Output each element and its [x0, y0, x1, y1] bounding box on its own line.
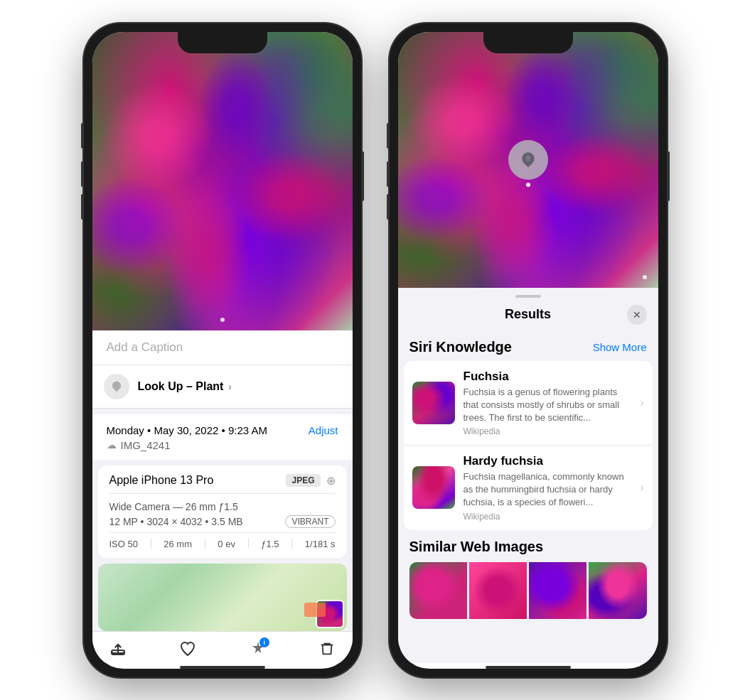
cloud-icon: ☁	[107, 439, 117, 451]
device-section: Apple iPhone 13 Pro JPEG ⊕ Wide Camera —…	[98, 465, 347, 558]
fuchsia-thumb-image	[412, 382, 455, 424]
close-button[interactable]: ✕	[627, 305, 647, 325]
hardy-thumbnail	[412, 466, 455, 509]
map-area[interactable]	[98, 564, 347, 631]
camera-info: Wide Camera — 26 mm ƒ1.5 12 MP • 3024 × …	[109, 494, 336, 533]
lookup-icon	[104, 374, 129, 399]
trash-icon[interactable]	[319, 640, 335, 662]
similar-image-4[interactable]	[589, 562, 646, 619]
info-panel: Add a Caption Look Up – Plant ›	[92, 330, 353, 663]
similar-images-row	[409, 562, 647, 619]
svg-point-3	[525, 155, 530, 161]
siri-knowledge-title: Siri Knowledge	[409, 339, 512, 355]
device-name: Apple iPhone 13 Pro	[109, 474, 214, 487]
results-header: Results ✕	[398, 298, 658, 330]
lookup-chevron: ›	[228, 381, 232, 392]
location-icon: ⊕	[326, 474, 336, 488]
app-container: Add a Caption Look Up – Plant ›	[70, 9, 681, 691]
similar-section: Similar Web Images	[404, 530, 653, 625]
knowledge-item-hardy[interactable]: Hardy fuchsia Fuchsia magellanica, commo…	[404, 445, 653, 530]
siri-knowledge-header: Siri Knowledge Show More	[404, 330, 653, 361]
camera-specs: 12 MP • 3024 × 4032 • 3.5 MB	[109, 516, 243, 527]
exif-ev: 0 ev	[218, 539, 235, 549]
exif-divider-2	[205, 539, 205, 549]
heart-icon[interactable]	[179, 640, 196, 662]
fuchsia-source: Wikipedia	[464, 426, 632, 436]
right-phone: Results ✕ Siri Knowledge Show More	[390, 23, 667, 677]
fuchsia-desc: Fuchsia is a genus of flowering plants t…	[464, 386, 632, 425]
exif-focal: 26 mm	[164, 539, 192, 549]
photo-dot	[220, 318, 225, 322]
right-photo-dot	[643, 275, 647, 279]
results-title: Results	[429, 307, 627, 322]
results-panel: Results ✕ Siri Knowledge Show More	[398, 288, 658, 663]
info-icon-wrap[interactable]: i	[250, 640, 267, 662]
similar-title: Similar Web Images	[409, 539, 647, 555]
right-screen: Results ✕ Siri Knowledge Show More	[398, 32, 658, 669]
show-more-button[interactable]: Show More	[593, 341, 647, 353]
exif-row: ISO 50 26 mm 0 ev ƒ1.5 1/181 s	[109, 533, 336, 549]
camera-row2: 12 MP • 3024 × 4032 • 3.5 MB VIBRANT	[109, 515, 336, 528]
siri-dot	[526, 183, 530, 187]
device-header: Apple iPhone 13 Pro JPEG ⊕	[109, 474, 336, 494]
knowledge-card: Fuchsia Fuchsia is a genus of flowering …	[404, 361, 653, 530]
exif-iso: ISO 50	[109, 539, 138, 549]
similar-image-3[interactable]	[529, 562, 586, 619]
exif-divider-4	[291, 539, 292, 549]
svg-point-0	[114, 383, 118, 388]
jpeg-badge: JPEG	[286, 474, 320, 487]
filename-row: ☁ IMG_4241	[107, 439, 338, 451]
similar-image-2[interactable]	[469, 562, 527, 619]
left-phone: Add a Caption Look Up – Plant ›	[84, 23, 361, 677]
filename-text: IMG_4241	[121, 439, 171, 451]
format-badge: JPEG ⊕	[286, 474, 335, 488]
toolbar: i	[92, 631, 353, 663]
caption-placeholder: Add a Caption	[107, 340, 183, 354]
results-content: Siri Knowledge Show More Fuchsia Fuchsia…	[398, 330, 658, 663]
map-thumb-inner	[317, 601, 343, 627]
date-text: Monday • May 30, 2022 • 9:23 AM	[107, 424, 267, 436]
map-mock	[98, 564, 347, 631]
right-home-bar	[486, 666, 571, 669]
photo-area-left[interactable]	[92, 32, 353, 330]
camera-type: Wide Camera — 26 mm ƒ1.5	[109, 501, 336, 512]
info-badge: i	[259, 637, 269, 647]
date-section: Monday • May 30, 2022 • 9:23 AM Adjust ☁…	[92, 414, 353, 460]
vibrant-badge: VIBRANT	[285, 515, 335, 528]
hardy-source: Wikipedia	[464, 512, 632, 522]
date-row: Monday • May 30, 2022 • 9:23 AM Adjust	[107, 424, 338, 436]
hardy-info: Hardy fuchsia Fuchsia magellanica, commo…	[464, 454, 632, 522]
fuchsia-info: Fuchsia Fuchsia is a genus of flowering …	[464, 370, 632, 437]
left-screen: Add a Caption Look Up – Plant ›	[92, 32, 353, 669]
similar-image-1[interactable]	[409, 562, 467, 619]
exif-aperture: ƒ1.5	[261, 539, 279, 549]
home-bar	[180, 666, 265, 669]
fuchsia-chevron: ›	[640, 397, 643, 409]
lookup-label: Look Up – Plant ›	[138, 380, 232, 393]
adjust-button[interactable]: Adjust	[309, 424, 338, 436]
hardy-chevron: ›	[640, 481, 643, 494]
right-notch	[483, 32, 573, 53]
exif-divider-3	[248, 539, 249, 549]
hardy-thumb-image	[412, 466, 455, 509]
knowledge-item-fuchsia[interactable]: Fuchsia Fuchsia is a genus of flowering …	[404, 361, 653, 446]
notch	[178, 32, 267, 53]
fuchsia-name: Fuchsia	[464, 370, 632, 384]
exif-divider-1	[151, 539, 151, 549]
lookup-row[interactable]: Look Up – Plant ›	[92, 365, 353, 409]
map-thumbnail	[316, 600, 344, 628]
hardy-name: Hardy fuchsia	[464, 454, 632, 468]
caption-area[interactable]: Add a Caption	[92, 330, 353, 365]
exif-shutter: 1/181 s	[305, 539, 336, 549]
hardy-desc: Fuchsia magellanica, commonly known as t…	[464, 470, 632, 510]
right-photo-area[interactable]	[398, 32, 658, 288]
siri-visual-intelligence-button[interactable]	[508, 140, 548, 180]
flower-image-left	[92, 32, 353, 330]
fuchsia-thumbnail	[412, 382, 455, 424]
share-icon[interactable]	[109, 640, 127, 662]
